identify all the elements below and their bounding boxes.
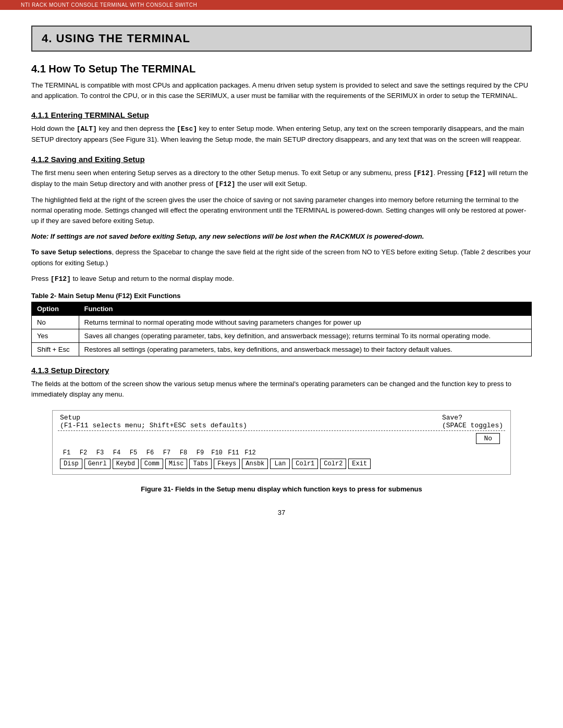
top-bar-text: NTI RACK MOUNT CONSOLE TERMINAL WITH CON… (21, 2, 197, 8)
function-yes: Saves all changes (operating parameter, … (79, 329, 531, 342)
fkey-lan: Lan (270, 459, 290, 469)
fkey-fkeys: Fkeys (214, 459, 240, 469)
section-4-1-1: 4.1.1 Entering TERMINAL Setup Hold down … (31, 110, 532, 145)
page-number: 37 (31, 509, 532, 516)
section-4-1-2-body2: The highlighted field at the right of th… (31, 195, 532, 226)
col-function: Function (79, 302, 531, 315)
save-label: Save? (442, 414, 503, 422)
fkey-f2-label: F2 (77, 449, 90, 456)
fkey-colr2: Colr2 (320, 459, 346, 469)
section-4-1-3-title: 4.1.3 Setup Directory (31, 366, 532, 375)
section-4-1-2: 4.1.2 Saving and Exiting Setup The first… (31, 155, 532, 356)
fkey-f7-label: F7 (160, 449, 174, 456)
terminal-fkey-boxes: Disp Genrl Keybd Comm Misc Tabs Fkeys An… (53, 458, 510, 474)
section-4-1-1-body: Hold down the [ALT] key and then depress… (31, 124, 532, 145)
fkey-f8-label: F8 (177, 449, 190, 456)
section-4-1-2-title: 4.1.2 Saving and Exiting Setup (31, 155, 532, 164)
option-yes: Yes (32, 329, 79, 342)
table-row: No Returns terminal to normal operating … (32, 315, 532, 329)
top-bar: NTI RACK MOUNT CONSOLE TERMINAL WITH CON… (0, 0, 563, 10)
fkey-misc: Misc (165, 459, 188, 469)
fkey-f10-label: F10 (210, 449, 224, 456)
fkey-disp: Disp (60, 459, 82, 469)
fkey-tabs: Tabs (189, 459, 212, 469)
fkey-genrl: Genrl (84, 459, 111, 469)
terminal-top-row: Setup (F1-F11 selects menu; Shift+ESC se… (53, 411, 510, 430)
option-no: No (32, 315, 79, 329)
fkey-f11-label: F11 (227, 449, 240, 456)
setup-left: Setup (F1-F11 selects menu; Shift+ESC se… (60, 414, 247, 429)
table-title: Table 2- Main Setup Menu (F12) Exit Func… (31, 292, 532, 300)
option-shift-esc: Shift + Esc (32, 342, 79, 356)
setup-hint: (F1-F11 selects menu; Shift+ESC sets def… (60, 422, 247, 429)
terminal-no-area: No (53, 431, 510, 447)
chapter-header: 4. USING THE TERMINAL (31, 26, 532, 52)
fkey-f5-label: F5 (127, 449, 140, 456)
fkey-comm: Comm (141, 459, 163, 469)
press-f12-text: Press [F12] to leave Setup and return to… (31, 274, 532, 285)
section-4-1-intro: The TERMINAL is compatible with most CPU… (31, 80, 532, 101)
table-row: Shift + Esc Restores all settings (opera… (32, 342, 532, 356)
section-4-1: 4.1 How To Setup The TERMINAL The TERMIN… (31, 63, 532, 101)
save-instructions: To save Setup selections, depress the Sp… (31, 247, 532, 268)
section-4-1-2-body1: The first menu seen when entering Setup … (31, 168, 532, 190)
fkey-colr1: Colr1 (292, 459, 318, 469)
section-4-1-3-body: The fields at the bottom of the screen s… (31, 379, 532, 400)
save-right: Save? (SPACE toggles) (442, 414, 503, 429)
fkey-ansbk: Ansbk (242, 459, 268, 469)
section-4-1-3: 4.1.3 Setup Directory The fields at the … (31, 366, 532, 493)
fkey-f1-label: F1 (60, 449, 74, 456)
fkey-keybd: Keybd (113, 459, 139, 469)
section-4-1-title: 4.1 How To Setup The TERMINAL (31, 63, 532, 75)
chapter-title: 4. USING THE TERMINAL (42, 32, 521, 45)
function-shift-esc: Restores all settings (operating paramet… (79, 342, 531, 356)
fkey-exit: Exit (348, 459, 371, 469)
note-text: Note: If settings are not saved before e… (31, 231, 532, 242)
terminal-display: Setup (F1-F11 selects menu; Shift+ESC se… (52, 410, 511, 475)
section-4-1-1-title: 4.1.1 Entering TERMINAL Setup (31, 110, 532, 119)
fkey-f3-label: F3 (93, 449, 107, 456)
no-box: No (476, 433, 500, 444)
table-row: Yes Saves all changes (operating paramet… (32, 329, 532, 342)
fkey-f6-label: F6 (143, 449, 157, 456)
figure-caption: Figure 31- Fields in the Setup menu disp… (31, 485, 532, 493)
col-option: Option (32, 302, 79, 315)
fkey-f9-label: F9 (193, 449, 207, 456)
fkey-f12-label: F12 (243, 449, 257, 456)
save-hint: (SPACE toggles) (442, 422, 503, 429)
function-no: Returns terminal to normal operating mod… (79, 315, 531, 329)
setup-label: Setup (60, 414, 247, 422)
fkey-f4-label: F4 (110, 449, 124, 456)
terminal-fkey-row: F1 F2 F3 F4 F5 F6 F7 F8 F9 F10 F11 F12 (53, 447, 510, 458)
setup-exit-table: Option Function No Returns terminal to n… (31, 302, 532, 356)
